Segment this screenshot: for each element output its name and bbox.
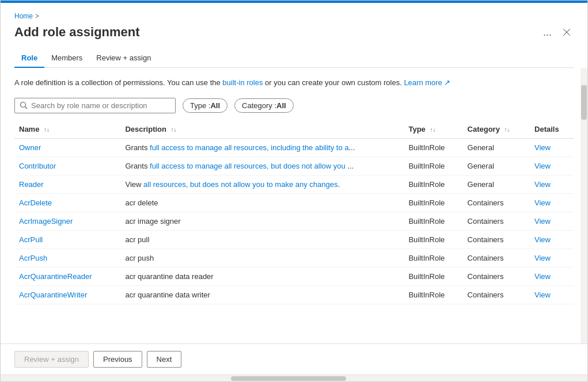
search-input[interactable] (31, 101, 170, 110)
ellipsis-button[interactable]: ... (540, 25, 555, 40)
col-type[interactable]: Type ↑↓ (404, 120, 462, 139)
role-name-link[interactable]: Owner (19, 143, 41, 152)
search-icon (20, 101, 28, 109)
category-cell: General (463, 156, 530, 175)
role-name-link[interactable]: AcrImageSigner (19, 217, 73, 226)
view-link[interactable]: View (534, 272, 551, 281)
close-button[interactable] (560, 25, 574, 39)
details-cell: View (530, 138, 574, 156)
role-name-link[interactable]: Contributor (19, 162, 56, 170)
table-row: AcrDeleteacr deleteBuiltInRoleContainers… (14, 193, 574, 212)
svg-point-0 (21, 102, 26, 108)
previous-button[interactable]: Previous (93, 351, 142, 368)
table-header: Name ↑↓ Description ↑↓ Type ↑↓ (14, 120, 574, 139)
tab-role[interactable]: Role (14, 49, 44, 68)
breadcrumb-chevron: > (35, 12, 39, 20)
search-box[interactable] (14, 98, 176, 113)
horizontal-scrollbar-thumb (231, 376, 346, 381)
view-link[interactable]: View (534, 235, 551, 244)
role-name-cell: AcrQuarantineWriter (14, 285, 120, 304)
header: Home > Add role assignment ... Role Memb… (1, 3, 587, 68)
roles-table: Name ↑↓ Description ↑↓ Type ↑↓ (14, 120, 574, 304)
view-link[interactable]: View (534, 162, 551, 170)
role-name-cell: AcrPull (14, 230, 120, 249)
description-highlight: full access to manage all resources, but… (150, 162, 346, 170)
category-cell: Containers (463, 249, 530, 267)
role-name-link[interactable]: AcrPull (19, 235, 43, 244)
details-cell: View (530, 212, 574, 230)
type-cell: BuiltInRole (404, 230, 462, 249)
category-filter[interactable]: Category : All (234, 98, 294, 113)
col-name[interactable]: Name ↑↓ (14, 120, 120, 139)
close-icon (562, 28, 571, 37)
review-assign-button[interactable]: Review + assign (14, 351, 89, 368)
description-cell: Grants full access to manage all resourc… (120, 138, 404, 156)
role-name-cell: Reader (14, 175, 120, 193)
page-title: Add role assignment (14, 25, 140, 40)
type-cell: BuiltInRole (404, 175, 462, 193)
description-cell: acr delete (120, 193, 404, 212)
description-cell: acr image signer (120, 212, 404, 230)
content-area: A role definition is a collection of per… (1, 68, 587, 343)
description-cell: acr quarantine data reader (120, 267, 404, 285)
role-name-link[interactable]: AcrDelete (19, 198, 52, 207)
name-sort-icon: ↑↓ (44, 127, 50, 133)
tabs: Role Members Review + assign (14, 49, 574, 68)
category-value: All (276, 101, 286, 110)
bottom-scrollbar[interactable] (1, 375, 587, 381)
table-row: AcrImageSigneracr image signerBuiltInRol… (14, 212, 574, 230)
role-name-link[interactable]: AcrQuarantineWriter (19, 291, 87, 299)
scrollbar-thumb (581, 85, 587, 120)
description-cell: acr pull (120, 230, 404, 249)
category-cell: Containers (463, 193, 530, 212)
col-category[interactable]: Category ↑↓ (463, 120, 530, 139)
category-cell: Containers (463, 267, 530, 285)
type-cell: BuiltInRole (404, 285, 462, 304)
details-cell: View (530, 156, 574, 175)
type-cell: BuiltInRole (404, 212, 462, 230)
table-row: AcrPullacr pullBuiltInRoleContainersView (14, 230, 574, 249)
col-description[interactable]: Description ↑↓ (120, 120, 404, 139)
col-details: Details (530, 120, 574, 139)
tab-members[interactable]: Members (44, 49, 89, 68)
details-cell: View (530, 175, 574, 193)
type-label: Type : (190, 101, 210, 110)
view-link[interactable]: View (534, 254, 551, 262)
details-cell: View (530, 193, 574, 212)
filter-row: Type : All Category : All (14, 98, 574, 113)
add-role-assignment-window: Home > Add role assignment ... Role Memb… (0, 0, 588, 382)
role-name-link[interactable]: AcrPush (19, 254, 47, 262)
view-link[interactable]: View (534, 217, 551, 226)
view-link[interactable]: View (534, 180, 551, 189)
right-scrollbar[interactable] (581, 68, 587, 343)
role-name-cell: AcrDelete (14, 193, 120, 212)
view-link[interactable]: View (534, 143, 551, 152)
breadcrumb: Home > (14, 12, 574, 20)
builtin-roles-link[interactable]: built-in roles (222, 78, 263, 87)
footer: Review + assign Previous Next (1, 343, 587, 375)
table-body: OwnerGrants full access to manage all re… (14, 138, 574, 304)
category-cell: Containers (463, 285, 530, 304)
role-name-cell: AcrQuarantineReader (14, 267, 120, 285)
next-button[interactable]: Next (147, 351, 182, 368)
table-row: AcrQuarantineReaderacr quarantine data r… (14, 267, 574, 285)
description-cell: acr push (120, 249, 404, 267)
view-link[interactable]: View (534, 291, 551, 299)
breadcrumb-home[interactable]: Home (14, 12, 33, 20)
title-actions: ... (540, 25, 574, 40)
description-text: A role definition is a collection of per… (14, 77, 574, 89)
table-row: AcrPushacr pushBuiltInRoleContainersView (14, 249, 574, 267)
type-sort-icon: ↑↓ (430, 127, 435, 133)
view-link[interactable]: View (534, 198, 551, 207)
tab-review-assign[interactable]: Review + assign (89, 49, 158, 68)
category-sort-icon: ↑↓ (504, 127, 510, 133)
description-highlight: all resources, but does not allow you to… (143, 180, 337, 189)
type-filter[interactable]: Type : All (183, 98, 227, 113)
learn-more-link[interactable]: Learn more ↗ (404, 78, 450, 87)
role-name-link[interactable]: AcrQuarantineReader (19, 272, 92, 281)
table-wrapper: Name ↑↓ Description ↑↓ Type ↑↓ (14, 120, 574, 335)
details-cell: View (530, 249, 574, 267)
category-cell: General (463, 175, 530, 193)
role-name-link[interactable]: Reader (19, 180, 44, 189)
category-cell: Containers (463, 230, 530, 249)
